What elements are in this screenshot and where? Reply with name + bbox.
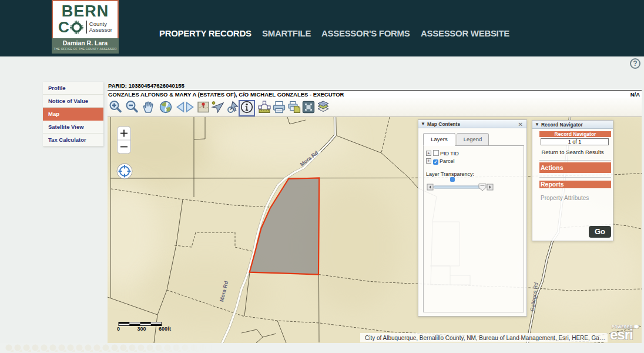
svg-text:300: 300 (137, 326, 146, 332)
svg-text:0: 0 (117, 326, 120, 332)
svg-text:City of Albuquerque, Bernalill: City of Albuquerque, Bernalillo County, … (365, 335, 605, 341)
svg-text:esri: esri (610, 327, 633, 342)
svg-text:600ft: 600ft (159, 326, 171, 332)
